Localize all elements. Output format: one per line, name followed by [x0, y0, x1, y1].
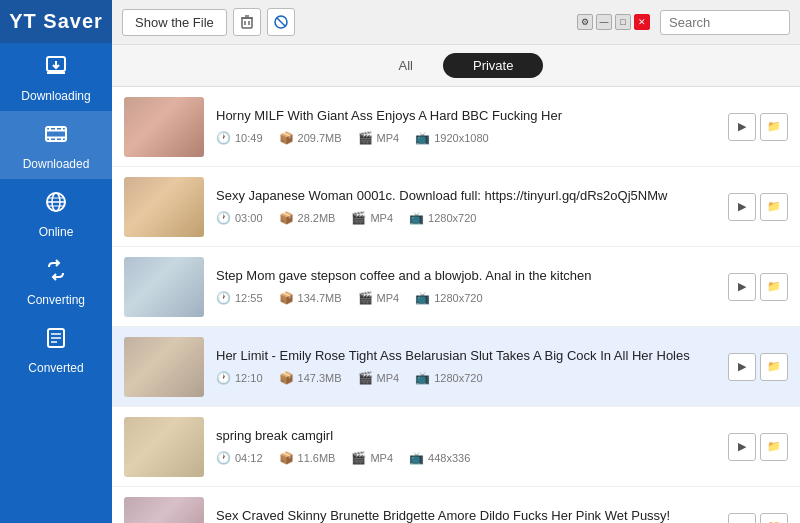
size-meta: 📦 28.2MB: [279, 211, 336, 225]
size-value: 28.2MB: [298, 212, 336, 224]
list-item: Her Limit - Emily Rose Tight Ass Belarus…: [112, 327, 800, 407]
folder-button[interactable]: 📁: [760, 353, 788, 381]
item-meta: 🕐 12:10 📦 147.3MB 🎬 MP4 📺 1280x720: [216, 371, 716, 385]
resolution-value: 1280x720: [428, 212, 476, 224]
folder-button[interactable]: 📁: [760, 113, 788, 141]
sidebar-item-converted[interactable]: Converted: [0, 315, 112, 383]
sidebar-item-downloading-label: Downloading: [21, 89, 90, 103]
sidebar-item-downloading[interactable]: Downloading: [0, 43, 112, 111]
play-button[interactable]: ▶: [728, 113, 756, 141]
sidebar-item-online[interactable]: Online: [0, 179, 112, 247]
item-meta: 🕐 10:49 📦 209.7MB 🎬 MP4 📺 1920x1080: [216, 131, 716, 145]
thumbnail: [124, 497, 204, 524]
size-meta: 📦 11.6MB: [279, 451, 336, 465]
svg-rect-6: [49, 127, 51, 130]
play-button[interactable]: ▶: [728, 273, 756, 301]
play-button[interactable]: ▶: [728, 433, 756, 461]
size-value: 11.6MB: [298, 452, 336, 464]
play-button[interactable]: ▶: [728, 353, 756, 381]
film-icon: [43, 121, 69, 153]
list-item: Sexy Japanese Woman 0001c. Download full…: [112, 167, 800, 247]
size-value: 209.7MB: [298, 132, 342, 144]
delete-button[interactable]: [233, 8, 261, 36]
item-meta: 🕐 03:00 📦 28.2MB 🎬 MP4 📺 1280x720: [216, 211, 716, 225]
duration-meta: 🕐 10:49: [216, 131, 263, 145]
item-actions: ▶ 📁: [728, 353, 788, 381]
settings-button[interactable]: ⚙: [577, 14, 593, 30]
svg-rect-10: [55, 138, 57, 141]
no-stop-button[interactable]: [267, 8, 295, 36]
show-file-button[interactable]: Show the File: [122, 9, 227, 36]
resolution-value: 1280x720: [434, 372, 482, 384]
duration-meta: 🕐 12:10: [216, 371, 263, 385]
list-item: Step Mom gave stepson coffee and a blowj…: [112, 247, 800, 327]
svg-rect-8: [61, 127, 63, 130]
item-title: spring break camgirl: [216, 428, 716, 445]
resolution-icon: 📺: [415, 131, 430, 145]
search-input[interactable]: [660, 10, 790, 35]
resolution-icon: 📺: [409, 451, 424, 465]
item-info: spring break camgirl 🕐 04:12 📦 11.6MB 🎬 …: [216, 428, 716, 465]
format-meta: 🎬 MP4: [351, 211, 393, 225]
duration-value: 12:55: [235, 292, 263, 304]
resolution-value: 1920x1080: [434, 132, 488, 144]
item-meta: 🕐 12:55 📦 134.7MB 🎬 MP4 📺 1280x720: [216, 291, 716, 305]
thumbnail: [124, 257, 204, 317]
maximize-button[interactable]: □: [615, 14, 631, 30]
format-meta: 🎬 MP4: [358, 291, 400, 305]
resolution-meta: 📺 1280x720: [409, 211, 476, 225]
format-icon: 🎬: [358, 291, 373, 305]
item-actions: ▶ 📁: [728, 273, 788, 301]
format-icon: 🎬: [351, 451, 366, 465]
item-info: Sexy Japanese Woman 0001c. Download full…: [216, 188, 716, 225]
list-item: Sex Craved Skinny Brunette Bridgette Amo…: [112, 487, 800, 523]
folder-button[interactable]: 📁: [760, 513, 788, 524]
svg-rect-21: [242, 18, 252, 28]
play-button[interactable]: ▶: [728, 193, 756, 221]
svg-line-27: [277, 18, 285, 26]
duration-meta: 🕐 04:12: [216, 451, 263, 465]
format-meta: 🎬 MP4: [351, 451, 393, 465]
resolution-icon: 📺: [409, 211, 424, 225]
duration-meta: 🕐 03:00: [216, 211, 263, 225]
clock-icon: 🕐: [216, 371, 231, 385]
item-title: Sexy Japanese Woman 0001c. Download full…: [216, 188, 716, 205]
item-actions: ▶ 📁: [728, 433, 788, 461]
duration-meta: 🕐 12:55: [216, 291, 263, 305]
item-title: Step Mom gave stepson coffee and a blowj…: [216, 268, 716, 285]
toolbar: Show the File ⚙ — □ ✕: [112, 0, 800, 45]
resolution-value: 1280x720: [434, 292, 482, 304]
clock-icon: 🕐: [216, 451, 231, 465]
format-icon: 🎬: [358, 131, 373, 145]
format-value: MP4: [370, 212, 393, 224]
sidebar-item-downloaded[interactable]: Downloaded: [0, 111, 112, 179]
format-icon: 🎬: [351, 211, 366, 225]
sidebar-item-converting[interactable]: Converting: [0, 247, 112, 315]
close-button[interactable]: ✕: [634, 14, 650, 30]
format-value: MP4: [377, 372, 400, 384]
play-button[interactable]: ▶: [728, 513, 756, 524]
file-size-icon: 📦: [279, 211, 294, 225]
resolution-icon: 📺: [415, 291, 430, 305]
resolution-meta: 📺 448x336: [409, 451, 470, 465]
tab-all[interactable]: All: [369, 53, 443, 78]
thumbnail: [124, 337, 204, 397]
duration-value: 04:12: [235, 452, 263, 464]
resolution-meta: 📺 1920x1080: [415, 131, 488, 145]
sidebar-item-converting-label: Converting: [27, 293, 85, 307]
folder-button[interactable]: 📁: [760, 433, 788, 461]
size-meta: 📦 134.7MB: [279, 291, 342, 305]
format-value: MP4: [377, 132, 400, 144]
globe-icon: [43, 189, 69, 221]
thumbnail: [124, 97, 204, 157]
thumbnail: [124, 177, 204, 237]
folder-button[interactable]: 📁: [760, 193, 788, 221]
tab-private[interactable]: Private: [443, 53, 543, 78]
item-actions: ▶ 📁: [728, 113, 788, 141]
duration-value: 12:10: [235, 372, 263, 384]
item-info: Step Mom gave stepson coffee and a blowj…: [216, 268, 716, 305]
duration-value: 10:49: [235, 132, 263, 144]
minimize-button[interactable]: —: [596, 14, 612, 30]
download-icon: [43, 53, 69, 85]
folder-button[interactable]: 📁: [760, 273, 788, 301]
